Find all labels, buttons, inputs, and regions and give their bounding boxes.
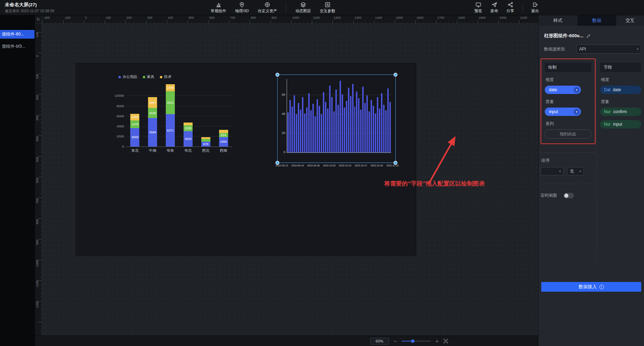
ruler-label: 200 — [36, 93, 39, 102]
zoom-level-input[interactable]: 60% — [370, 338, 389, 345]
ruler-label: -200 — [44, 16, 50, 19]
datasource-label: 数据源类型 — [544, 46, 565, 52]
ruler-label: 2000 — [499, 16, 506, 19]
draw-config-highlight: 绘制 维度 date ▾ 度量 input ▾ 系列 — [541, 58, 596, 144]
legend-item[interactable]: 技术 — [160, 74, 171, 79]
bar — [358, 98, 359, 152]
dashboard-screen[interactable]: 办公用品家具技术 0200040006000800010000366914791… — [76, 63, 416, 255]
tool-custom-assets[interactable]: 自定义资产 — [258, 2, 277, 14]
layer-item[interactable]: 图组件-bf3... — [0, 42, 34, 51]
y-axis-label: 40 — [282, 112, 285, 116]
selection-handle-top-left[interactable] — [276, 73, 279, 77]
field-pill-confirm[interactable]: Nur confirm — [600, 108, 641, 116]
legend-label: 技术 — [164, 74, 171, 79]
panel-body: 柱形图组件-600e... 数据源类型 API ▾ 绘制 — [538, 26, 644, 346]
topbar: 未命名大屏(27) 最近保存 2022-11-07 15:38:39 常规组件 … — [0, 0, 644, 15]
stacked-bar-chart[interactable]: 办公用品家具技术 0200040006000800010000366914791… — [108, 74, 244, 147]
dimension-select[interactable]: date ▾ — [545, 86, 581, 94]
guides-reset-icon: ↻ — [36, 17, 40, 22]
ruler-label: 1500 — [396, 16, 403, 19]
section-divider — [541, 184, 596, 184]
bar — [344, 108, 345, 152]
tab-interaction[interactable]: 交互 — [616, 15, 644, 26]
action-publish[interactable]: 发布 — [490, 2, 498, 14]
bar — [352, 84, 354, 152]
exit-icon — [532, 2, 538, 8]
action-exit[interactable]: 退出 — [531, 2, 539, 14]
selection-handle-bottom-left[interactable] — [276, 161, 279, 165]
selected-bar-chart[interactable]: 0204060 2022-09-122022-09-192022-09-2620… — [277, 74, 396, 163]
y-axis-label: 60 — [282, 93, 285, 96]
ruler-label: 1800 — [458, 16, 465, 19]
field-pill-date[interactable]: Dat date — [600, 86, 641, 94]
ruler-label: 400 — [36, 134, 39, 144]
ruler-label: 0 — [36, 51, 39, 61]
ruler-label: 1000 — [36, 258, 39, 268]
zoom-out-button[interactable]: − — [394, 339, 397, 344]
workspace: ↻ -200-100010020030040050060070080090010… — [35, 15, 538, 346]
edit-icon[interactable] — [586, 34, 591, 38]
x-axis-label: 华北 — [184, 148, 192, 153]
gridline — [126, 136, 232, 136]
tool-geo-3d[interactable]: 地理/3D — [235, 2, 249, 14]
auto-refresh-toggle[interactable] — [564, 193, 574, 198]
bar-segment: 978 — [201, 142, 210, 147]
data-ingest-button[interactable]: 数据接入 i — [541, 282, 641, 292]
legend-item[interactable]: 家具 — [143, 74, 154, 79]
bar — [331, 97, 333, 152]
bar — [383, 105, 385, 152]
bar — [325, 102, 326, 152]
tool-interactive-params[interactable]: 交互参数 — [320, 2, 335, 14]
bar-value-label: 1343 — [130, 115, 139, 119]
bar-segment — [219, 130, 228, 133]
chart2-xlabels: 2022-09-122022-09-192022-09-262022-10-03… — [276, 164, 399, 167]
measure-value: input — [549, 109, 558, 114]
x-axis-label: 华东 — [167, 148, 174, 153]
bar-segment: 3020 — [184, 131, 193, 147]
action-share[interactable]: 分享 — [506, 2, 514, 14]
y-axis-label: 6000 — [117, 114, 124, 118]
bar-segment: 2087 — [148, 97, 157, 108]
bar — [287, 112, 289, 152]
datasource-select[interactable]: API ▾ — [576, 45, 641, 54]
bar — [360, 110, 362, 152]
measure-select[interactable]: input ▾ — [545, 108, 581, 116]
y-axis-label: 8000 — [117, 104, 124, 108]
ruler-corner[interactable]: ↻ — [35, 15, 42, 24]
field-pill-input[interactable]: Nur input — [600, 120, 641, 128]
info-icon: i — [599, 285, 604, 289]
sort-field-select[interactable]: ▾ — [541, 167, 564, 175]
layers-sidebar: 图组件-60...图组件-bf3... — [0, 15, 35, 346]
bar-segment: 1856 — [219, 137, 228, 147]
bar-segment: 6371 — [166, 114, 175, 147]
selection-handle-bottom-right[interactable] — [394, 161, 397, 165]
bar-segment: 1343 — [130, 114, 139, 121]
field-name: input — [613, 122, 622, 127]
tool-common-components[interactable]: 常规组件 — [211, 2, 226, 14]
ruler-label: 900 — [36, 237, 39, 247]
dimension-value: date — [549, 87, 557, 92]
tool-dynamic-layers[interactable]: 动态图层 — [295, 2, 311, 14]
legend-item[interactable]: 办公用品 — [118, 74, 137, 79]
fit-screen-icon[interactable] — [443, 339, 448, 344]
bottom-bar: 60% − + — [35, 336, 538, 346]
zoom-slider-knob[interactable] — [411, 339, 414, 343]
tab-style[interactable]: 样式 — [538, 15, 577, 26]
dimension-label: 维度 — [545, 77, 591, 83]
field-name: date — [613, 87, 621, 92]
zoom-in-button[interactable]: + — [436, 339, 439, 344]
x-axis-label: 东北 — [131, 148, 139, 153]
canvas[interactable]: 办公用品家具技术 0200040006000800010000366914791… — [42, 24, 538, 336]
layer-item[interactable]: 图组件-60... — [0, 30, 34, 39]
zoom-slider[interactable] — [402, 341, 431, 341]
tool-label: 动态图层 — [295, 8, 311, 14]
x-axis-label: 中南 — [149, 148, 156, 153]
tab-data[interactable]: 数据 — [577, 15, 616, 26]
x-axis-label: 西南 — [220, 148, 227, 153]
action-preview[interactable]: 预览 — [474, 2, 482, 14]
selection-handle-top-right[interactable] — [394, 73, 397, 77]
series-drop-zone[interactable]: 拖到此处 — [545, 129, 591, 139]
sort-order-select[interactable]: 无 ▾ — [567, 167, 584, 175]
ruler-label: 300 — [36, 113, 39, 123]
bar-segment: 3669 — [130, 128, 139, 147]
